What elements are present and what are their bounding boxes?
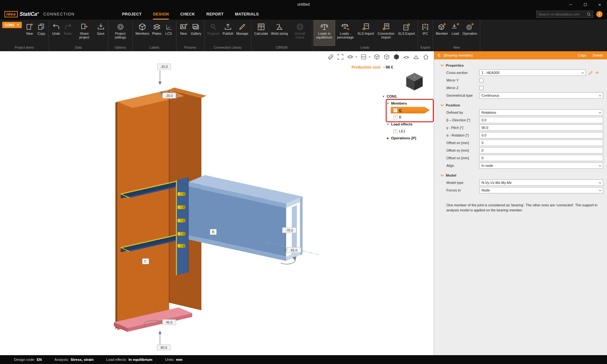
new-page-icon xyxy=(26,21,34,32)
gallery-button[interactable]: Gallery xyxy=(190,21,203,46)
info-icon: i xyxy=(599,12,600,16)
tab-check[interactable]: CHECK xyxy=(180,9,195,20)
field-defined-by: Defined by Rotations xyxy=(434,109,607,116)
expanded-triangle-icon[interactable]: ▼ xyxy=(386,123,389,126)
tree-members-node[interactable]: ▼ Members xyxy=(381,100,434,107)
chevron-down-icon xyxy=(599,181,601,183)
tree-load-effects-node[interactable]: ▼ Load effects xyxy=(381,121,434,128)
tab-report[interactable]: REPORT xyxy=(206,9,224,20)
alpha-rotation-input[interactable] xyxy=(479,132,603,138)
new-picture-button[interactable]: New xyxy=(178,21,189,46)
add-cross-section-button[interactable]: + xyxy=(596,70,598,75)
search-input[interactable] xyxy=(538,12,585,16)
model-type-select[interactable]: N-Vy-Vz-Mx-My-Mz xyxy=(479,179,603,186)
welds-view-icon[interactable] xyxy=(413,53,420,60)
orientation-cube[interactable]: Y xyxy=(403,71,426,94)
gamma-pitch-input[interactable] xyxy=(479,124,603,131)
chevron-down-icon[interactable] xyxy=(369,57,371,58)
copy-member-button[interactable]: Copy xyxy=(578,53,586,57)
close-button[interactable]: × xyxy=(592,0,607,9)
beam-member[interactable] xyxy=(188,175,303,261)
tab-materials[interactable]: MATERIALS xyxy=(235,9,259,20)
new-operation-button[interactable]: Operation xyxy=(461,21,478,46)
members-labels-button[interactable]: Members xyxy=(134,21,151,46)
plates-labels-button[interactable]: Plates xyxy=(151,21,162,46)
tree-operations-node[interactable]: ▶ Operations [P] xyxy=(381,135,434,142)
transparent-view-icon[interactable] xyxy=(383,53,390,60)
minimize-button[interactable] xyxy=(563,0,578,9)
delete-member-button[interactable]: Delete xyxy=(593,53,603,57)
section-properties[interactable]: Properties xyxy=(441,64,607,67)
new-member-button[interactable]: Member xyxy=(435,21,450,46)
tree-member-c[interactable]: ✓ C xyxy=(381,107,434,114)
beta-direction-input[interactable] xyxy=(479,117,603,123)
ribbon-group-cbfem: Calculate Weld sizing Overall check CBFE… xyxy=(251,20,312,51)
chevron-down-icon[interactable] xyxy=(355,57,357,58)
calculate-button[interactable]: Calculate xyxy=(253,21,269,46)
solid-view-icon[interactable] xyxy=(393,53,400,60)
tree-le1[interactable]: ✓ LE1 xyxy=(381,128,434,135)
loads-percentage-button[interactable]: % Loads - percentage xyxy=(335,21,356,46)
tree-root[interactable]: ▼ CON1 xyxy=(381,93,434,100)
status-design-code: Design code: EN xyxy=(14,358,42,361)
mirror-z-checkbox[interactable] xyxy=(479,86,483,90)
menubar: idea StatiCa® CONNECTION PROJECT DESIGN … xyxy=(0,9,607,20)
geometrical-type-select[interactable]: Continuous xyxy=(479,92,603,99)
section-model[interactable]: Model xyxy=(441,173,607,177)
3d-viewport[interactable]: B C -20.0 -20.0 xyxy=(0,51,434,355)
copy-project-item-button[interactable]: Copy xyxy=(36,21,47,46)
align-select[interactable]: In node xyxy=(479,162,603,169)
xls-import-button[interactable]: XLS XLS Import xyxy=(356,21,376,46)
new-load-button[interactable]: Load xyxy=(450,21,461,46)
offset-ey-input[interactable] xyxy=(479,147,603,154)
mirror-y-checkbox[interactable] xyxy=(479,78,483,82)
chevron-down-icon xyxy=(441,173,444,176)
measure-icon[interactable] xyxy=(327,53,334,60)
save-button[interactable]: Save xyxy=(95,21,107,46)
wireframe-view-icon[interactable] xyxy=(373,53,380,60)
cross-section-select[interactable]: 1 - HEA300 xyxy=(479,70,586,76)
share-project-button[interactable]: Share project xyxy=(74,21,95,46)
forces-in-select[interactable]: Node xyxy=(479,187,603,193)
orbit-view-icon[interactable] xyxy=(347,53,354,60)
new-project-item-button[interactable]: New xyxy=(24,21,35,46)
plates-icon xyxy=(153,21,161,32)
save-icon xyxy=(97,21,105,32)
xls-export-button[interactable]: XLS XLS Export xyxy=(397,21,416,46)
member-b-checkbox[interactable]: ✓ xyxy=(393,115,397,119)
ribbon-group-labels: Members Plates LCS Labels xyxy=(133,20,176,51)
weld-sizing-button[interactable]: Weld sizing xyxy=(270,21,289,46)
defined-by-select[interactable]: Rotations xyxy=(479,109,603,116)
tree-member-b[interactable]: ✓ B xyxy=(381,114,434,121)
maximize-button[interactable] xyxy=(578,0,592,9)
edit-cross-section-button[interactable] xyxy=(588,70,593,75)
offset-ez-input[interactable] xyxy=(479,155,603,161)
gallery-icon xyxy=(192,21,200,32)
le1-checkbox[interactable]: ✓ xyxy=(393,129,397,133)
plates-view-icon[interactable] xyxy=(403,53,410,60)
loads-equilibrium-toggle[interactable]: Loads in equilibrium xyxy=(314,21,335,46)
undo-button[interactable]: Undo xyxy=(51,21,62,46)
end-plate[interactable] xyxy=(176,177,188,275)
ifc-export-button[interactable]: IFC IFC xyxy=(420,21,431,46)
lcs-labels-button[interactable]: LCS xyxy=(163,21,175,46)
expanded-triangle-icon[interactable]: ▼ xyxy=(382,95,385,98)
home-view-icon[interactable] xyxy=(422,53,429,60)
member-c-checkbox[interactable]: ✓ xyxy=(393,108,397,112)
connection-3d-scene[interactable]: B C -20.0 -20.0 xyxy=(0,51,434,355)
publish-button[interactable]: Publish xyxy=(221,21,235,46)
tab-project[interactable]: PROJECT xyxy=(122,9,142,20)
project-settings-button[interactable]: Project settings xyxy=(110,21,131,46)
offset-ex-input[interactable] xyxy=(479,140,603,146)
project-item-selector[interactable]: CON1 xyxy=(2,22,22,28)
fit-view-icon[interactable] xyxy=(337,53,344,60)
expanded-triangle-icon[interactable]: ▼ xyxy=(386,102,389,105)
info-button[interactable]: i xyxy=(596,11,603,17)
connection-import-button[interactable]: Connection Import xyxy=(376,21,396,46)
collapsed-triangle-icon[interactable]: ▶ xyxy=(386,137,389,140)
section-crop-icon[interactable] xyxy=(360,53,367,60)
tab-design[interactable]: DESIGN xyxy=(153,9,169,20)
manage-button[interactable]: Manage xyxy=(235,21,249,46)
section-position[interactable]: Position xyxy=(441,103,607,107)
ribbon-group-data: Undo Redo Share project Save Data xyxy=(49,20,108,51)
